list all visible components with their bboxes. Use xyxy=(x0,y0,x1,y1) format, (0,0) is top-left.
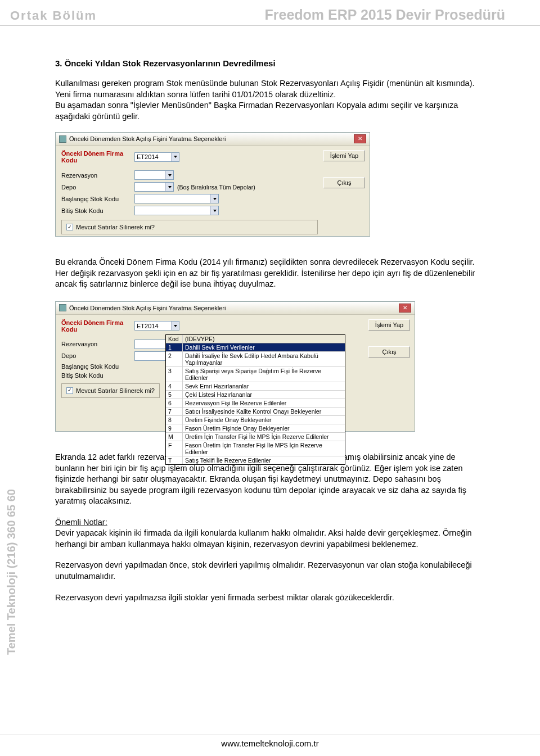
checkbox-label: Mevcut Satırlar Silinerek mi? xyxy=(76,224,155,230)
close-icon[interactable]: ✕ xyxy=(354,134,366,143)
bitis-label: Bitiş Stok Kodu xyxy=(61,207,134,214)
close-icon[interactable]: ✕ xyxy=(399,304,411,313)
bitis-combo[interactable] xyxy=(134,206,219,215)
dropdown-row[interactable]: 6Rezervasyon Fişi İle Rezerve Edilenler xyxy=(166,399,345,408)
exit-button[interactable]: Çıkış xyxy=(323,177,365,188)
dropdown-row[interactable]: 3Satış Siparişi veya Siparişe Dağıtım Fi… xyxy=(166,367,345,382)
paragraph-3: Bu ekranda Önceki Dönem Firma Kodu (2014… xyxy=(55,257,484,290)
rezervasyon-dropdown-list[interactable]: Kod (IDEVYPE) 1Dahili Sevk Emri Verilenl… xyxy=(165,334,345,465)
baslangic-combo[interactable] xyxy=(134,194,219,203)
dropdown-row[interactable]: 5Çeki Listesi Hazırlananlar xyxy=(166,391,345,399)
notes-heading: Önemli Notlar: xyxy=(55,517,484,528)
checkbox[interactable]: ✓ xyxy=(66,224,73,230)
paragraph-5: Devir yapacak kişinin iki firmada da ilg… xyxy=(55,528,484,550)
firm-code-label-2: Önceki Dönem Firma Kodu xyxy=(61,319,134,333)
dialog-titlebar-2: Önceki Dönemden Stok Açılış Fişini Yarat… xyxy=(56,302,415,315)
firm-code-combo[interactable]: ET2014 xyxy=(134,152,179,162)
paragraph-1: Kullanılması gereken program Stok menüsü… xyxy=(55,78,484,100)
rezervasyon-combo[interactable] xyxy=(134,170,174,180)
dropdown-row[interactable]: 7Satıcı İrsaliyesinde Kalite Kontrol Ona… xyxy=(166,408,345,416)
rezervasyon-label-2: Rezervasyon xyxy=(61,341,134,347)
page-footer: www.temelteknoloji.com.tr xyxy=(0,735,540,748)
firm-code-combo-2[interactable]: ET2014 xyxy=(134,321,179,331)
depo-label: Depo xyxy=(61,184,134,191)
dialog-title-2: Önceki Dönemden Stok Açılış Fişini Yarat… xyxy=(69,305,226,311)
dropdown-row[interactable]: 4Sevk Emri Hazırlananlar xyxy=(166,382,345,391)
dialog-screenshot-2: Önceki Dönemden Stok Açılış Fişini Yarat… xyxy=(55,301,415,432)
firm-code-label: Önceki Dönem Firma Kodu xyxy=(61,150,134,164)
checkbox-2[interactable]: ✓ xyxy=(66,387,73,394)
content-area: 3. Önceki Yıldan Stok Rezervasyonlarının… xyxy=(0,58,540,603)
chevron-down-icon xyxy=(171,322,179,330)
side-company-text: Temel Teknoloji (216) 360 65 60 xyxy=(5,489,18,655)
rezervasyon-label: Rezervasyon xyxy=(61,172,134,179)
dialog-icon xyxy=(59,304,66,311)
checkbox-panel-2: ✓ Mevcut Satırlar Silinerek mi? xyxy=(61,383,160,398)
paragraph-2: Bu aşamadan sonra "İşlevler Menüsünden" … xyxy=(55,100,484,122)
depo-label-2: Depo xyxy=(61,352,134,359)
dropdown-row[interactable]: 2Dahili İrsaliye İle Sevk Edilip Hedef A… xyxy=(166,352,345,367)
dialog-titlebar: Önceki Dönemden Stok Açılış Fişini Yarat… xyxy=(56,133,370,146)
header-section-label: Ortak Bölüm xyxy=(10,8,97,23)
dropdown-row[interactable]: MÜretim İçin Transfer Fişi İle MPS İçin … xyxy=(166,433,345,441)
dropdown-row[interactable]: FFason Üretim İçin Transfer Fişi İle MPS… xyxy=(166,441,345,456)
section-heading: 3. Önceki Yıldan Stok Rezervasyonlarının… xyxy=(55,58,484,68)
run-button[interactable]: İşlemi Yap xyxy=(323,150,365,161)
run-button-2[interactable]: İşlemi Yap xyxy=(368,319,410,331)
paragraph-6: Rezervasyon devri yapılmadan önce, stok … xyxy=(55,560,484,582)
dialog-title: Önceki Dönemden Stok Açılış Fişini Yarat… xyxy=(69,135,226,142)
header-doc-title: Freedom ERP 2015 Devir Prosedürü xyxy=(265,7,506,23)
dropdown-row[interactable]: 9Fason Üretim Fişinde Onay Bekleyenler xyxy=(166,424,345,433)
dropdown-row[interactable]: TSatış Teklifi İle Rezerve Edilenler xyxy=(166,456,345,464)
dialog-icon xyxy=(59,135,66,143)
checkbox-label-2: Mevcut Satırlar Silinerek mi? xyxy=(76,387,155,394)
dropdown-head-code: Kod xyxy=(166,335,183,343)
depo-combo[interactable] xyxy=(134,182,174,192)
bitis-label-2: Bitiş Stok Kodu xyxy=(61,372,134,379)
paragraph-7: Rezervasyon devri yapılmazsa ilgili stok… xyxy=(55,592,484,604)
dropdown-row[interactable]: 1Dahili Sevk Emri Verilenler xyxy=(166,343,345,352)
baslangic-label-2: Başlangıç Stok Kodu xyxy=(61,363,134,370)
baslangic-label: Başlangıç Stok Kodu xyxy=(61,196,134,202)
dropdown-row[interactable]: 8Üretim Fişinde Onay Bekleyenler xyxy=(166,416,345,424)
depo-hint: (Boş Bırakılırsa Tüm Depolar) xyxy=(177,184,255,191)
page-header: Ortak Bölüm Freedom ERP 2015 Devir Prose… xyxy=(0,0,540,26)
exit-button-2[interactable]: Çıkış xyxy=(368,346,410,357)
firm-code-value: ET2014 xyxy=(137,153,159,160)
dropdown-head-desc: (IDEVYPE) xyxy=(183,335,345,343)
checkbox-panel: ✓ Mevcut Satırlar Silinerek mi? xyxy=(61,220,318,234)
chevron-down-icon xyxy=(171,153,179,161)
dialog-screenshot-1: Önceki Dönemden Stok Açılış Fişini Yarat… xyxy=(55,132,370,237)
